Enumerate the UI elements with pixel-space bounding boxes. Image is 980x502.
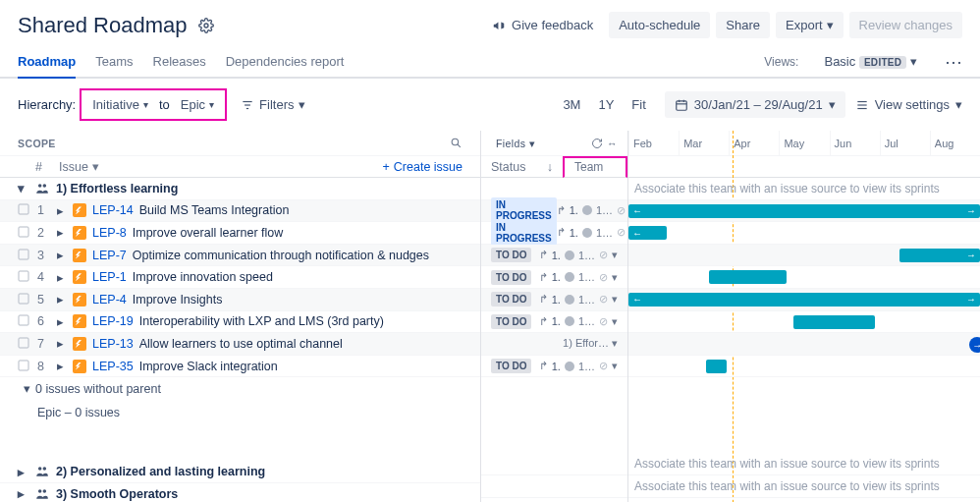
auto-schedule-button[interactable]: Auto-schedule [609, 12, 710, 38]
collapse-icon[interactable]: ▾ [18, 181, 25, 195]
more-menu-icon[interactable]: ⋯ [945, 51, 962, 73]
share-button[interactable]: Share [716, 12, 770, 38]
range-3m[interactable]: 3M [554, 91, 589, 118]
issue-key[interactable]: LEP-7 [92, 249, 127, 262]
timeline-bar[interactable] [706, 360, 727, 373]
status-lozenge[interactable]: TO DO [491, 270, 531, 285]
expand-icon[interactable]: ▸ [53, 225, 67, 240]
timeline-group-row: Associate this team with an issue source… [628, 178, 980, 200]
filters-button[interactable]: Filters ▾ [241, 97, 305, 112]
expand-icon[interactable]: ▸ [53, 314, 67, 329]
status-lozenge[interactable]: TO DO [491, 314, 531, 329]
status-col[interactable]: Status [491, 160, 525, 174]
checkbox[interactable] [18, 203, 31, 217]
issue-key[interactable]: LEP-13 [92, 337, 134, 351]
team-cell[interactable]: ↱ 1. 1… ⊘ ▾ [539, 293, 618, 306]
team-cell[interactable]: 1) Effor… ▾ [563, 337, 618, 350]
issue-key[interactable]: LEP-1 [92, 270, 127, 284]
timeline-row[interactable] [628, 266, 980, 289]
expand-icon[interactable]: ▸ [18, 486, 25, 501]
range-fit[interactable]: Fit [623, 91, 654, 118]
timeline-row[interactable]: → [628, 333, 980, 356]
give-feedback-link[interactable]: Give feedback [482, 12, 603, 38]
group-row[interactable]: ▸2) Personalized and lasting learning [0, 461, 480, 483]
expand-icon[interactable]: ▸ [53, 359, 67, 373]
timeline-bar[interactable]: ←→ [628, 293, 980, 307]
timeline-row[interactable]: ←→ [628, 289, 980, 311]
group-row[interactable]: ▸3) Smooth Operators [0, 483, 480, 502]
expand-icon[interactable]: ▸ [53, 248, 67, 262]
hierarchy-from-dropdown[interactable]: Initiative▾ [87, 93, 153, 116]
checkbox[interactable] [18, 249, 31, 262]
timeline-bar[interactable] [793, 315, 874, 329]
status-lozenge[interactable]: TO DO [491, 359, 531, 373]
sort-icon[interactable]: ↓ [547, 160, 553, 174]
range-1y[interactable]: 1Y [589, 91, 623, 118]
issue-row[interactable]: 3▸LEP-7Optimize communication through no… [0, 245, 480, 267]
hierarchy-to-dropdown[interactable]: Epic▾ [176, 93, 219, 116]
date-range-picker[interactable]: 30/Jan/21 – 29/Aug/21 ▾ [665, 91, 845, 118]
issue-row[interactable]: 4▸LEP-1Improve innovation speed [0, 266, 480, 289]
checkbox[interactable] [18, 270, 31, 284]
expand-icon[interactable]: ▸ [53, 270, 67, 285]
timeline-row[interactable] [628, 311, 980, 334]
expand-cols-icon[interactable]: ↔ [607, 138, 618, 149]
checkbox[interactable] [18, 314, 31, 328]
timeline-bar[interactable]: → [899, 249, 980, 262]
month-label: Jul [880, 131, 930, 155]
search-icon[interactable] [450, 137, 463, 149]
group-row[interactable]: ▾ 1) Effortless learning [0, 178, 480, 200]
checkbox[interactable] [18, 337, 31, 351]
issues-without-parent[interactable]: ▾ 0 issues without parent [0, 377, 480, 400]
mid-rest-row [481, 498, 627, 502]
tab-releases[interactable]: Releases [153, 46, 206, 77]
timeline-row[interactable]: ← [628, 222, 980, 245]
status-lozenge[interactable]: TO DO [491, 248, 531, 262]
team-cell[interactable]: ↱ 1. 1… ⊘ ▾ [557, 204, 635, 217]
expand-icon[interactable]: ▸ [53, 203, 67, 218]
issue-row[interactable]: 2▸LEP-8Improve overall learner flow [0, 222, 480, 245]
issue-key[interactable]: LEP-8 [92, 226, 127, 240]
checkbox[interactable] [18, 360, 31, 373]
timeline-bar[interactable] [709, 270, 787, 284]
issue-key[interactable]: LEP-35 [92, 360, 134, 373]
milestone-marker[interactable]: → [969, 337, 980, 353]
issue-row[interactable]: 1▸LEP-14Build MS Teams Integration [0, 200, 480, 223]
checkbox[interactable] [18, 226, 31, 240]
timeline-row[interactable] [628, 356, 980, 378]
checkbox[interactable] [18, 293, 31, 307]
issue-row[interactable]: 6▸LEP-19Interoperability with LXP and LM… [0, 311, 480, 334]
tab-teams[interactable]: Teams [95, 46, 133, 77]
refresh-icon[interactable] [591, 138, 603, 149]
export-button[interactable]: Export ▾ [776, 12, 844, 38]
settings-gear-icon[interactable] [198, 18, 214, 33]
issue-row[interactable]: 7▸LEP-13Allow learners to use optimal ch… [0, 333, 480, 356]
timeline-bar[interactable]: ← [628, 226, 667, 240]
expand-icon[interactable]: ▸ [53, 292, 67, 307]
expand-icon[interactable]: ▸ [18, 465, 25, 479]
timeline-row[interactable]: ←→ [628, 200, 980, 223]
team-cell[interactable]: ↱ 1. 1… ⊘ ▾ [539, 271, 618, 284]
tab-dependencies[interactable]: Dependencies report [226, 46, 345, 77]
view-selector[interactable]: Basic EDITED ▾ [824, 54, 917, 69]
team-cell[interactable]: ↱ 1. 1… ⊘ ▾ [539, 249, 618, 261]
expand-icon[interactable]: ▸ [53, 336, 67, 351]
issue-row[interactable]: 8▸LEP-35Improve Slack integration [0, 356, 480, 378]
tab-roadmap[interactable]: Roadmap [18, 46, 76, 79]
timeline-bar[interactable]: ←→ [628, 204, 980, 218]
timeline-row[interactable]: → [628, 245, 980, 267]
team-cell[interactable]: ↱ 1. 1… ⊘ ▾ [557, 226, 635, 239]
issue-col-header[interactable]: Issue ▾ [59, 159, 99, 174]
fields-dropdown[interactable]: Fields ▾ [491, 134, 541, 153]
issue-key[interactable]: LEP-4 [92, 293, 127, 307]
status-lozenge[interactable]: TO DO [491, 292, 531, 307]
team-cell[interactable]: ↱ 1. 1… ⊘ ▾ [539, 315, 618, 328]
team-col-highlight[interactable]: Team [563, 156, 627, 178]
view-settings-button[interactable]: View settings ▾ [855, 97, 962, 112]
issue-key[interactable]: LEP-14 [92, 203, 134, 217]
team-cell[interactable]: ↱ 1. 1… ⊘ ▾ [539, 360, 618, 372]
status-lozenge[interactable]: IN PROGRESS [491, 220, 557, 246]
issue-key[interactable]: LEP-19 [92, 314, 134, 328]
create-issue-button[interactable]: + Create issue [383, 160, 463, 174]
issue-row[interactable]: 5▸LEP-4Improve Insights [0, 289, 480, 311]
